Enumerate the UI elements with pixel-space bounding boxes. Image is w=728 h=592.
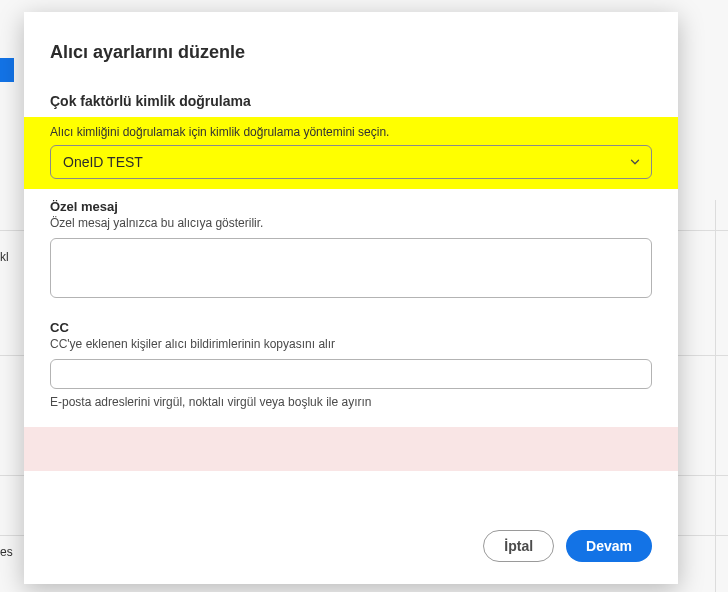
private-message-description: Özel mesaj yalnızca bu alıcıya gösterili… — [50, 216, 652, 238]
cc-description: CC'ye eklenen kişiler alıcı bildirimleri… — [50, 337, 652, 359]
cc-email-input[interactable] — [50, 359, 652, 389]
bg-blue-accent — [0, 58, 14, 82]
mfa-method-select[interactable]: OneID TEST — [50, 145, 652, 179]
bg-fragment-text: kl — [0, 250, 9, 264]
bg-fragment-text: es — [0, 545, 13, 559]
edit-recipient-settings-dialog: Alıcı ayarlarını düzenle Çok faktörlü ki… — [24, 12, 678, 584]
private-message-heading: Özel mesaj — [50, 189, 652, 216]
dialog-title: Alıcı ayarlarını düzenle — [50, 12, 652, 93]
mfa-method-label: Alıcı kimliğini doğrulamak için kimlik d… — [50, 125, 652, 145]
bg-divider-vertical — [715, 200, 716, 592]
cancel-button[interactable]: İptal — [483, 530, 554, 562]
mfa-highlight-block: Alıcı kimliğini doğrulamak için kimlik d… — [24, 117, 678, 189]
mfa-method-selected-value: OneID TEST — [63, 154, 143, 170]
cc-heading: CC — [50, 310, 652, 337]
cc-helper-text: E-posta adreslerini virgül, noktalı virg… — [50, 389, 652, 409]
mfa-heading: Çok faktörlü kimlik doğrulama — [50, 93, 652, 117]
private-message-input[interactable] — [50, 238, 652, 298]
dialog-footer: İptal Devam — [24, 514, 678, 584]
error-strip — [24, 427, 678, 471]
mfa-method-select-wrap: OneID TEST — [50, 145, 652, 179]
continue-button[interactable]: Devam — [566, 530, 652, 562]
